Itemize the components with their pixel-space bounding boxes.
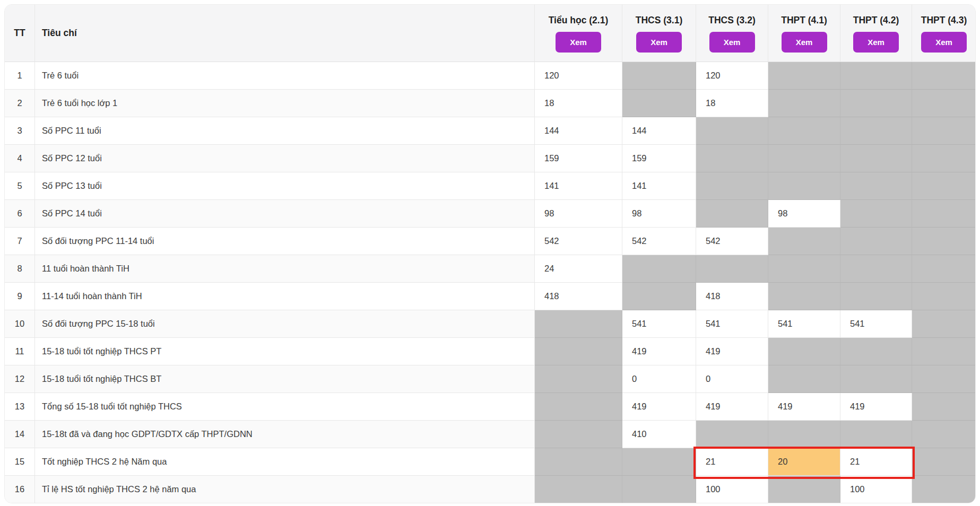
row-number-cell: 12: [5, 365, 35, 393]
empty-cell: [622, 448, 696, 476]
xem-button-thpt-4-3[interactable]: Xem: [921, 32, 967, 53]
empty-cell: [912, 255, 976, 283]
row-number-cell: 15: [5, 448, 35, 476]
value-cell: 120: [696, 62, 768, 90]
empty-cell: [535, 310, 622, 338]
empty-cell: [622, 255, 696, 283]
empty-cell: [912, 117, 976, 145]
value-cell: 419: [840, 393, 912, 421]
row-number-cell: 1: [5, 62, 35, 90]
empty-cell: [622, 62, 696, 90]
value-cell: 159: [535, 145, 622, 172]
table-row: 6Số PPC 14 tuổi989898: [5, 200, 976, 228]
empty-cell: [696, 255, 768, 283]
empty-cell: [768, 255, 840, 283]
value-cell: 541: [622, 310, 696, 338]
criteria-cell: Số PPC 14 tuổi: [35, 200, 535, 228]
empty-cell: [696, 172, 768, 200]
empty-cell: [912, 62, 976, 90]
empty-cell: [840, 338, 912, 365]
column-header-tieu-hoc-2-1: Tiểu học (2.1)Xem: [535, 5, 622, 62]
column-title: THPT (4.2): [840, 15, 912, 26]
row-number-cell: 7: [5, 228, 35, 255]
empty-cell: [535, 365, 622, 393]
value-cell: 541: [696, 310, 768, 338]
empty-cell: [912, 338, 976, 365]
value-cell: 0: [622, 365, 696, 393]
empty-cell: [696, 117, 768, 145]
empty-cell: [535, 421, 622, 448]
criteria-table-card: TT Tiêu chí Tiểu học (2.1)XemTHCS (3.1)X…: [4, 4, 976, 503]
value-cell: 98: [768, 200, 840, 228]
row-number-cell: 6: [5, 200, 35, 228]
empty-cell: [535, 393, 622, 421]
empty-cell: [768, 338, 840, 365]
xem-button-thcs-3-2[interactable]: Xem: [709, 32, 755, 53]
empty-cell: [840, 90, 912, 117]
empty-cell: [912, 448, 976, 476]
value-cell: 419: [696, 338, 768, 365]
value-cell: 419: [768, 393, 840, 421]
criteria-table: TT Tiêu chí Tiểu học (2.1)XemTHCS (3.1)X…: [5, 5, 976, 503]
row-number-cell: 3: [5, 117, 35, 145]
empty-cell: [535, 448, 622, 476]
value-cell: 159: [622, 145, 696, 172]
empty-cell: [622, 476, 696, 503]
column-header-tt: TT: [5, 5, 35, 62]
empty-cell: [622, 90, 696, 117]
xem-button-thcs-3-1[interactable]: Xem: [636, 32, 682, 53]
row-number-cell: 8: [5, 255, 35, 283]
empty-cell: [768, 228, 840, 255]
table-row: 811 tuổi hoàn thành TiH24: [5, 255, 976, 283]
xem-button-thpt-4-2[interactable]: Xem: [853, 32, 899, 53]
empty-cell: [840, 117, 912, 145]
empty-cell: [840, 255, 912, 283]
value-cell: 410: [622, 421, 696, 448]
table-row: 2Trẻ 6 tuổi học lớp 11818: [5, 90, 976, 117]
xem-button-tieu-hoc-2-1[interactable]: Xem: [556, 32, 601, 53]
value-cell: 542: [696, 228, 768, 255]
table-row: 911-14 tuổi hoàn thành TiH418418: [5, 283, 976, 310]
value-cell: 419: [696, 393, 768, 421]
empty-cell: [912, 283, 976, 310]
value-cell: 21: [696, 448, 768, 476]
table-row: 1215-18 tuổi tốt nghiệp THCS BT00: [5, 365, 976, 393]
table-row: 7Số đối tượng PPC 11-14 tuổi542542542: [5, 228, 976, 255]
criteria-cell: Tỉ lệ HS tốt nghiệp THCS 2 hệ năm qua: [35, 476, 535, 503]
empty-cell: [840, 172, 912, 200]
value-cell: 18: [696, 90, 768, 117]
xem-button-thpt-4-1[interactable]: Xem: [782, 32, 827, 53]
empty-cell: [622, 283, 696, 310]
criteria-cell: Số PPC 11 tuổi: [35, 117, 535, 145]
row-number-cell: 2: [5, 90, 35, 117]
empty-cell: [912, 228, 976, 255]
value-cell: 141: [535, 172, 622, 200]
empty-cell: [912, 476, 976, 503]
empty-cell: [768, 117, 840, 145]
criteria-cell: 15-18 tuổi tốt nghiệp THCS BT: [35, 365, 535, 393]
value-cell: 21: [840, 448, 912, 476]
empty-cell: [768, 62, 840, 90]
empty-cell: [840, 228, 912, 255]
table-row: 1115-18 tuổi tốt nghiệp THCS PT419419: [5, 338, 976, 365]
empty-cell: [535, 338, 622, 365]
empty-cell: [840, 62, 912, 90]
row-number-cell: 4: [5, 145, 35, 172]
empty-cell: [696, 421, 768, 448]
empty-cell: [696, 200, 768, 228]
empty-cell: [768, 283, 840, 310]
value-cell: 120: [535, 62, 622, 90]
criteria-cell: Số PPC 12 tuổi: [35, 145, 535, 172]
table-row: 1Trẻ 6 tuổi120120: [5, 62, 976, 90]
empty-cell: [696, 145, 768, 172]
table-row: 3Số PPC 11 tuổi144144: [5, 117, 976, 145]
empty-cell: [912, 172, 976, 200]
criteria-cell: Số đối tượng PPC 11-14 tuổi: [35, 228, 535, 255]
criteria-cell: 15-18 tuổi tốt nghiệp THCS PT: [35, 338, 535, 365]
value-cell: 18: [535, 90, 622, 117]
value-cell: 542: [622, 228, 696, 255]
empty-cell: [840, 283, 912, 310]
value-cell: 98: [535, 200, 622, 228]
empty-cell: [768, 90, 840, 117]
empty-cell: [840, 200, 912, 228]
